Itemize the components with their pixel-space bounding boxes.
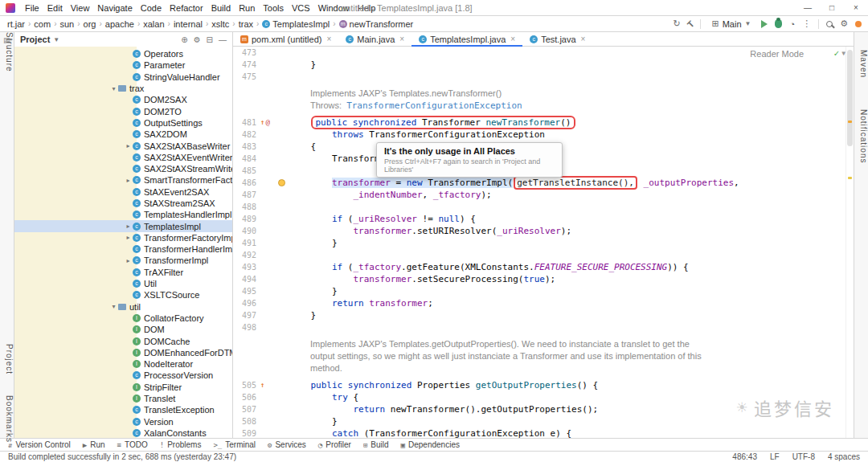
tree-item-util[interactable]: cUtil: [14, 278, 232, 289]
code-line-494[interactable]: 494 transformer.setSecureProcessing(true…: [233, 273, 854, 285]
code-line-490[interactable]: 490 transformer.setURIResolver(_uriResol…: [233, 225, 854, 237]
caret-position[interactable]: 486:43: [732, 452, 757, 461]
tab-pom-xml-untitled[interactable]: mpom.xml (untitled)×: [233, 32, 338, 46]
menu-view[interactable]: View: [67, 0, 94, 16]
code-line-475[interactable]: 475: [233, 71, 854, 83]
tree-item-staxevent2sax[interactable]: cStAXEvent2SAX: [14, 186, 232, 198]
update-project-icon[interactable]: ↻: [674, 18, 681, 29]
menu-refactor[interactable]: Refactor: [166, 0, 207, 16]
breadcrumb-xsltc[interactable]: xsltc: [211, 19, 230, 29]
breadcrumb-apache[interactable]: apache: [104, 19, 135, 29]
toolwindow-build[interactable]: ⊞Build: [363, 440, 389, 449]
tree-item-processorversion[interactable]: cProcessorVersion: [14, 370, 232, 381]
stripe-bookmarks[interactable]: Bookmarks: [0, 395, 14, 443]
tree-item-transformerfactoryimpl[interactable]: ▸cTransformerFactoryImpl: [14, 232, 232, 243]
tab-main-java[interactable]: cMain.java×: [338, 32, 411, 46]
tree-item-sax2dom[interactable]: cSAX2DOM: [14, 129, 232, 140]
tree-item-templatesimpl[interactable]: ▸cTemplatesImpl: [14, 220, 232, 231]
stripe-notifications[interactable]: Notifications: [854, 109, 868, 163]
toolwindow-problems[interactable]: !Problems: [160, 440, 202, 449]
breadcrumb-org[interactable]: org: [83, 19, 97, 29]
tree-item-nodeiterator[interactable]: INodeIterator: [14, 358, 232, 370]
tree-item-util[interactable]: ▾util: [14, 301, 232, 313]
debug-button[interactable]: [775, 19, 782, 28]
tree-item-transletexception[interactable]: cTransletException: [14, 404, 232, 415]
tree-item-smarttransformerfactoryimpl[interactable]: ▸cSmartTransformerFactoryImpl: [14, 174, 232, 186]
profiler-button[interactable]: ◔: [789, 19, 795, 29]
code-line-493[interactable]: 493 if (_tfactory.getFeature(XMLConstant…: [233, 261, 854, 273]
code-line-488[interactable]: 488: [233, 201, 854, 213]
code-line-482[interactable]: 482 throws TransformerConfigurationExcep…: [233, 129, 854, 141]
menu-tools[interactable]: Tools: [259, 0, 288, 16]
breadcrumb-internal[interactable]: internal: [173, 19, 203, 29]
tree-item-sax2staxbasewriter[interactable]: ▸cSAX2StAXBaseWriter: [14, 140, 232, 151]
search-icon[interactable]: [826, 21, 833, 27]
tab-test-java[interactable]: cTest.java×: [522, 32, 592, 46]
code-line-492[interactable]: 492: [233, 249, 854, 261]
breadcrumb-sun[interactable]: sun: [59, 19, 75, 29]
indent-style[interactable]: 4 spaces: [828, 452, 860, 461]
tree-item-collatorfactory[interactable]: ICollatorFactory: [14, 313, 232, 324]
tree-item-stripfilter[interactable]: IStripFilter: [14, 382, 232, 393]
override-gutter-icon[interactable]: ↑: [260, 379, 264, 391]
code-line-509[interactable]: 509 catch (TransformerConfigurationExcep…: [233, 427, 854, 438]
chevron-collapsed-icon[interactable]: ▸: [124, 257, 133, 264]
inspections-widget[interactable]: ✓ ▼: [834, 48, 845, 59]
toolwindow-dependencies[interactable]: ▣Dependencies: [401, 440, 460, 449]
chevron-collapsed-icon[interactable]: ▸: [124, 223, 133, 230]
locate-icon[interactable]: ⊕: [181, 35, 187, 44]
project-panel-title[interactable]: Project: [20, 35, 50, 44]
status-message[interactable]: Build completed successfully in 2 sec, 6…: [8, 452, 236, 461]
override-gutter-icon[interactable]: ↑: [260, 117, 264, 129]
editor[interactable]: 473474 }475Implements JAXP's Templates.n…: [233, 47, 854, 438]
annotation-gutter-icon[interactable]: @: [265, 117, 269, 129]
more-actions-icon[interactable]: ⋮: [802, 18, 811, 29]
error-stripe-mark[interactable]: [848, 121, 852, 123]
scrollbar-thumb[interactable]: [847, 50, 853, 146]
tree-item-traxfilter[interactable]: cTrAXFilter: [14, 267, 232, 278]
file-encoding[interactable]: UTF-8: [792, 452, 815, 461]
tree-item-transformerimpl[interactable]: ▸cTransformerImpl: [14, 255, 232, 266]
tree-item-parameter[interactable]: cParameter: [14, 59, 232, 71]
tree-item-outputsettings[interactable]: cOutputSettings: [14, 117, 232, 129]
error-stripe-mark[interactable]: [848, 177, 852, 179]
chevron-down-icon[interactable]: ▼: [53, 36, 59, 43]
breadcrumb-com[interactable]: com: [33, 19, 51, 29]
tree-item-sax2staxstreamwriter[interactable]: cSAX2StAXStreamWriter: [14, 163, 232, 174]
tree-item-sax2staxeventwriter[interactable]: cSAX2StAXEventWriter: [14, 152, 232, 163]
menu-build[interactable]: Build: [207, 0, 235, 16]
toolwindow-profiler[interactable]: ◔Profiler: [318, 440, 351, 449]
menu-vcs[interactable]: VCS: [288, 0, 314, 16]
menu-run[interactable]: Run: [235, 0, 259, 16]
code-line-497[interactable]: 497 }: [233, 309, 854, 321]
breadcrumb-xalan[interactable]: xalan: [142, 19, 165, 29]
tab-templatesimpl-java[interactable]: cTemplatesImpl.java×: [411, 32, 522, 46]
code-line-496[interactable]: 496 return transformer;: [233, 297, 854, 309]
tree-item-xalanconstants[interactable]: cXalanConstants: [14, 427, 232, 438]
run-button[interactable]: [761, 20, 768, 28]
menu-edit[interactable]: Edit: [43, 0, 67, 16]
chevron-collapsed-icon[interactable]: ▸: [124, 234, 133, 241]
menu-code[interactable]: Code: [137, 0, 166, 16]
tree-item-domcache[interactable]: IDOMCache: [14, 335, 232, 346]
code-line-487[interactable]: 487 _indentNumber, _tfactory);: [233, 189, 854, 201]
tree-item-translet[interactable]: ITranslet: [14, 393, 232, 404]
tree-item-staxstream2sax[interactable]: cStAXStream2SAX: [14, 198, 232, 209]
code-line-486[interactable]: 486 transformer = new TransformerImpl(ge…: [233, 177, 854, 189]
breadcrumb-newtransformer[interactable]: mnewTransformer: [338, 19, 415, 29]
code-line-489[interactable]: 489 if (_uriResolver != null) {: [233, 213, 854, 225]
tree-item-transformerhandlerimpl[interactable]: cTransformerHandlerImpl: [14, 243, 232, 255]
run-configuration-dropdown[interactable]: ⊞ Main ▼: [708, 18, 754, 30]
tree-item-version[interactable]: cVersion: [14, 416, 232, 427]
tree-item-dom2to[interactable]: cDOM2TO: [14, 105, 232, 117]
code-line-498[interactable]: 498: [233, 321, 854, 333]
maximize-button[interactable]: □: [820, 0, 844, 15]
breadcrumb-templatesimpl[interactable]: cTemplatesImpl: [261, 19, 330, 29]
close-tab-icon[interactable]: ×: [399, 35, 404, 43]
code-line-491[interactable]: 491 }: [233, 237, 854, 249]
build-hammer-icon[interactable]: T: [688, 19, 694, 29]
tree-item-operators[interactable]: cOperators: [14, 48, 232, 59]
toolwindow-terminal[interactable]: >_Terminal: [213, 440, 256, 449]
toolwindow-run[interactable]: ▶Run: [83, 440, 105, 449]
reader-mode-label[interactable]: Reader Mode: [750, 49, 804, 59]
